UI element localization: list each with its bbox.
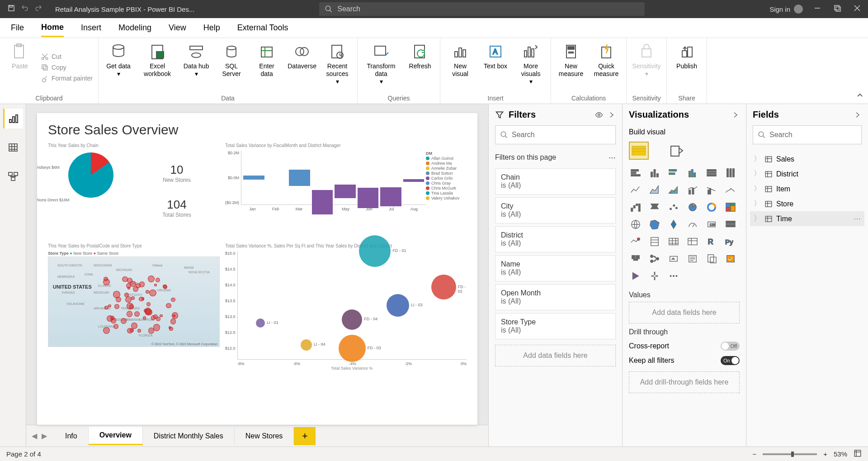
- viz-icon-stacked-bar[interactable]: [629, 167, 642, 179]
- fields-search[interactable]: Search: [753, 125, 862, 144]
- menu-help[interactable]: Help: [203, 19, 220, 36]
- copy-button[interactable]: Copy: [41, 63, 93, 71]
- sql-server-button[interactable]: SQL Server: [217, 41, 246, 94]
- field-table-row[interactable]: 〉Time⋯: [750, 211, 864, 226]
- filters-more-icon[interactable]: ⋯: [609, 153, 616, 162]
- viz-icon-ribbon[interactable]: [724, 184, 737, 196]
- publish-button[interactable]: Publish: [672, 41, 701, 94]
- drill-through-dropzone[interactable]: Add drill-through fields here: [629, 371, 740, 393]
- maximize-icon[interactable]: [834, 5, 841, 14]
- viz-icon-kpi[interactable]: [629, 236, 642, 247]
- collapse-panel-icon[interactable]: [731, 111, 740, 119]
- cut-button[interactable]: Cut: [41, 52, 93, 61]
- new-measure-button[interactable]: New measure: [557, 41, 585, 94]
- viz-icon-waterfall[interactable]: [629, 201, 642, 213]
- dataverse-button[interactable]: Dataverse: [288, 41, 316, 94]
- eye-icon[interactable]: [595, 111, 603, 119]
- values-dropzone[interactable]: Add data fields here: [629, 302, 740, 323]
- field-table-row[interactable]: 〉Sales: [750, 152, 864, 166]
- viz-icon-donut[interactable]: [705, 201, 718, 213]
- report-view-icon[interactable]: [3, 109, 23, 128]
- viz-icon-stacked-column[interactable]: [648, 167, 661, 179]
- page-next-icon[interactable]: ▶: [42, 432, 47, 440]
- menu-view[interactable]: View: [169, 19, 186, 36]
- global-search[interactable]: Search: [319, 2, 645, 16]
- build-mode-button[interactable]: [629, 142, 649, 160]
- sensitivity-button[interactable]: Sensitivity▾: [632, 41, 661, 94]
- viz-icon-stacked-column-100[interactable]: [724, 167, 737, 179]
- transform-data-button[interactable]: Transform data▾: [363, 41, 399, 94]
- viz-scatter[interactable]: Total Sales Variance %, Sales Per Sq Ft …: [225, 243, 467, 361]
- filter-card[interactable]: Store Typeis (All): [495, 313, 616, 339]
- close-icon[interactable]: [854, 5, 861, 14]
- filter-card[interactable]: Nameis (All): [495, 255, 616, 281]
- viz-icon-matrix[interactable]: [686, 236, 699, 247]
- viz-icon-stacked-bar-100[interactable]: [705, 167, 718, 179]
- viz-icon-scatter[interactable]: [667, 201, 680, 213]
- tab-new-stores[interactable]: New Stores: [235, 428, 294, 445]
- menu-insert[interactable]: Insert: [81, 19, 101, 36]
- add-page-button[interactable]: +: [294, 427, 316, 445]
- field-table-row[interactable]: 〉District: [750, 166, 864, 181]
- viz-icon-area[interactable]: [648, 184, 661, 196]
- menu-modeling[interactable]: Modeling: [118, 19, 151, 36]
- menu-file[interactable]: File: [11, 19, 24, 36]
- keep-filters-toggle[interactable]: On: [721, 356, 740, 365]
- filter-card[interactable]: Chainis (All): [495, 168, 616, 195]
- viz-icon-clustered-bar[interactable]: [667, 167, 680, 179]
- signin-button[interactable]: Sign in: [769, 5, 803, 14]
- enter-data-button[interactable]: Enter data: [252, 41, 281, 94]
- viz-icon-line-stacked-column[interactable]: [686, 184, 699, 196]
- format-painter-button[interactable]: Format painter: [41, 74, 93, 82]
- zoom-in-icon[interactable]: +: [823, 450, 827, 458]
- filter-card[interactable]: Districtis (All): [495, 226, 616, 252]
- viz-icon-pie[interactable]: [686, 201, 699, 213]
- viz-icon-stacked-area[interactable]: [667, 184, 680, 196]
- recent-sources-button[interactable]: Recent sources▾: [323, 41, 352, 94]
- viz-icon-power-automate[interactable]: [648, 270, 661, 282]
- zoom-slider[interactable]: [763, 453, 817, 455]
- viz-icon-key-influencers[interactable]: [629, 253, 642, 265]
- text-box-button[interactable]: AText box: [481, 41, 510, 94]
- collapse-panel-icon[interactable]: [608, 111, 616, 119]
- cross-report-toggle[interactable]: Off: [721, 342, 740, 351]
- viz-icon-more[interactable]: [667, 270, 680, 282]
- model-view-icon[interactable]: [3, 166, 23, 186]
- viz-map[interactable]: This Year Sales by PostalCode and Store …: [48, 243, 220, 361]
- zoom-out-icon[interactable]: −: [752, 450, 756, 458]
- viz-variance-bars[interactable]: Total Sales Variance by FiscalMonth and …: [225, 143, 467, 238]
- viz-icon-qa[interactable]: [667, 253, 680, 265]
- format-mode-button[interactable]: [667, 142, 687, 160]
- viz-icon-azure-map[interactable]: [667, 219, 680, 230]
- field-table-row[interactable]: 〉Store: [750, 196, 864, 211]
- filter-card[interactable]: Cityis (All): [495, 197, 616, 223]
- quick-measure-button[interactable]: Quick measure: [592, 41, 621, 94]
- refresh-button[interactable]: Refresh: [406, 41, 434, 94]
- ribbon-collapse-icon[interactable]: [856, 92, 863, 101]
- new-visual-button[interactable]: New visual: [446, 41, 475, 94]
- viz-icon-card[interactable]: 123: [705, 219, 718, 230]
- tab-info[interactable]: Info: [54, 428, 89, 445]
- viz-icon-map[interactable]: [629, 219, 642, 230]
- get-data-button[interactable]: Get data▾: [104, 41, 133, 94]
- viz-icon-gauge[interactable]: [686, 219, 699, 230]
- data-hub-button[interactable]: Data hub▾: [182, 41, 211, 94]
- data-view-icon[interactable]: [3, 138, 23, 157]
- menu-external-tools[interactable]: External Tools: [237, 19, 288, 36]
- viz-icon-multi-row-card[interactable]: [724, 219, 737, 230]
- menu-home[interactable]: Home: [41, 19, 64, 37]
- fit-to-page-icon[interactable]: [854, 449, 862, 459]
- filters-add-fields[interactable]: Add data fields here: [495, 345, 616, 366]
- viz-icon-paginated[interactable]: [705, 253, 718, 265]
- redo-icon[interactable]: [34, 4, 42, 14]
- viz-icon-py-visual[interactable]: Py: [724, 236, 737, 247]
- viz-icon-r-visual[interactable]: R: [705, 236, 718, 247]
- save-icon[interactable]: [7, 4, 15, 14]
- viz-icon-funnel[interactable]: [648, 201, 661, 213]
- viz-icon-filled-map[interactable]: [648, 219, 661, 230]
- viz-icon-decomposition-tree[interactable]: [648, 253, 661, 265]
- viz-pie-kpi[interactable]: This Year Sales by Chain Lindseys $6M Fa…: [48, 143, 220, 238]
- report-canvas[interactable]: Store Sales Overview This Year Sales by …: [37, 113, 477, 425]
- viz-icon-line[interactable]: [629, 184, 642, 196]
- filter-card[interactable]: Open Monthis (All): [495, 284, 616, 310]
